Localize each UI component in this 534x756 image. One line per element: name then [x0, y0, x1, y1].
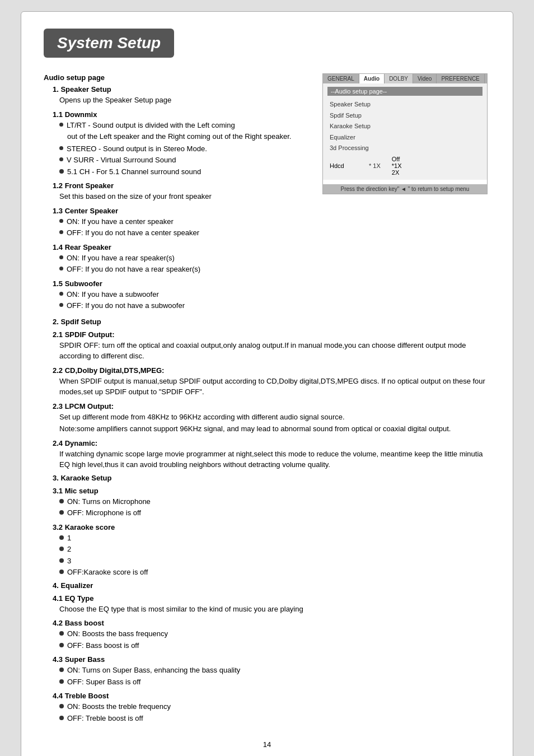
bullet-icon [59, 303, 63, 307]
s11-b4: 5.1 CH - For 5.1 Channel surround sound [59, 166, 311, 178]
menu-speaker-setup[interactable]: Speaker Setup [327, 99, 483, 110]
s32-b2: 2 [59, 544, 490, 555]
s13-b1: ON: If you have a center speaker [59, 216, 311, 227]
s43-heading: 4.3 Super Bass [53, 655, 490, 664]
s15-heading: 1.5 Subwoofer [53, 279, 311, 288]
bullet-icon [59, 157, 63, 161]
bullet-icon [59, 535, 64, 540]
s24-text: If watching dynamic scope large movie pr… [59, 449, 490, 470]
setup-footer: Press the direction key" ◄ " to return t… [323, 184, 487, 194]
s14-b1: ON: If you have a rear speaker(s) [59, 253, 311, 264]
bullet-icon [59, 255, 63, 259]
menu-spdif-setup[interactable]: Spdif Setup [327, 110, 483, 122]
s15-b2: OFF: If you do not have a subwoofer [59, 300, 311, 311]
s2-heading: 2. Spdif Setup [53, 318, 490, 326]
s44-b1: ON: Boosts the treble frequency [59, 701, 490, 712]
s44-heading: 4.4 Treble Boost [53, 692, 490, 700]
hdcd-opt-1x[interactable]: *1X [392, 162, 402, 169]
hdcd-options: Off *1X 2X [392, 156, 402, 176]
page: System Setup Audio setup page 1. Speaker… [21, 11, 513, 756]
s1-heading: 1. Speaker Setup [53, 85, 311, 94]
s23-heading: 2.3 LPCM Output: [53, 402, 490, 410]
s31-b1: ON: Turns on Microphone [59, 496, 490, 507]
s32-b4: OFF:Karaoke score is off [59, 567, 490, 578]
setup-tabs: GENERAL Audio DOLBY Video PREFERENCE [323, 74, 487, 83]
s31-b2: OFF: Microphone is off [59, 507, 490, 519]
page-title: System Setup [44, 29, 174, 58]
bullet-icon [59, 146, 63, 150]
bullet-icon [59, 123, 63, 127]
s23-text2: Note:some amplifiers cannot support 96KH… [59, 423, 490, 435]
bullet-icon [59, 704, 64, 708]
setup-panel: GENERAL Audio DOLBY Video PREFERENCE --A… [322, 73, 488, 194]
s42-heading: 4.2 Bass boost [53, 619, 490, 627]
s41-text: Choose the EQ type that is most similar … [59, 604, 490, 615]
setup-content: --Audio setup page-- Speaker Setup Spdif… [323, 83, 487, 180]
menu-3d-processing[interactable]: 3d Processing [327, 143, 483, 154]
menu-equalizer[interactable]: Equalizer [327, 132, 483, 143]
bullet-icon [59, 716, 64, 720]
s11-b1b: out of the Left speaker and the Right co… [67, 131, 311, 142]
s21-text: SPDIR OFF: turn off the optical and coax… [59, 340, 490, 362]
s32-heading: 3.2 Karaoke score [53, 523, 490, 531]
s22-text: When SPDIF output is manual,setup SPDIF … [59, 376, 490, 398]
right-column: GENERAL Audio DOLBY Video PREFERENCE --A… [322, 73, 490, 194]
bullet-icon [59, 631, 64, 636]
s31-heading: 3.1 Mic setup [53, 487, 490, 495]
bullet-icon [59, 570, 64, 574]
s22-heading: 2.2 CD,Dolby Digital,DTS,MPEG: [53, 366, 490, 375]
hdcd-opt-off[interactable]: Off [392, 156, 402, 162]
s14-b2: OFF: If you do not have a rear speaker(s… [59, 264, 311, 275]
audio-setup-heading: Audio setup page [44, 73, 311, 82]
tab-preference[interactable]: PREFERENCE [437, 74, 484, 83]
s21-heading: 2.1 SPDIF Output: [53, 330, 490, 339]
s11-heading: 1.1 Downmix [53, 110, 311, 119]
page-number: 14 [44, 740, 490, 749]
s23-text1: Set up different mode from 48KHz to 96KH… [59, 412, 490, 423]
s15-b1: ON: If you have a subwoofer [59, 289, 311, 300]
bullet-icon [59, 292, 63, 296]
bullet-icon [59, 499, 64, 503]
hdcd-label: Hdcd [330, 162, 363, 169]
s32-b1: 1 [59, 533, 490, 544]
s13-heading: 1.3 Center Speaker [53, 207, 311, 215]
tab-general[interactable]: GENERAL [323, 74, 359, 83]
s24-heading: 2.4 Dynamic: [53, 439, 490, 447]
s11-b3: V SURR - Virtual Surround Sound [59, 155, 311, 166]
tab-video[interactable]: Video [413, 74, 437, 83]
tab-audio[interactable]: Audio [359, 74, 385, 83]
bullet-icon [59, 169, 64, 174]
s41-heading: 4.1 EQ Type [53, 594, 490, 603]
bullet-icon [59, 219, 63, 223]
s12-text: Set this based on the size of your front… [59, 191, 311, 202]
s1-text: Opens up the Speaker Setup page [59, 95, 311, 106]
s4-heading: 4. Equalizer [53, 581, 490, 590]
bullet-icon [59, 547, 64, 551]
s11-b1: LT/RT - Sound output is divided with the… [59, 120, 311, 131]
s13-b2: OFF: If you do not have a center speaker [59, 227, 311, 239]
lower-sections: 2. Spdif Setup 2.1 SPDIF Output: SPDIR O… [44, 318, 490, 724]
menu-karaoke-setup[interactable]: Karaoke Setup [327, 121, 483, 132]
s44-b2: OFF: Treble boost is off [59, 713, 490, 724]
hdcd-value: * 1X [369, 162, 381, 169]
bullet-icon [59, 558, 64, 563]
s43-b1: ON: Turns on Super Bass, enhancing the b… [59, 665, 490, 676]
s11-b2: STEREO - Sound output is in Stereo Mode. [59, 143, 311, 155]
s14-heading: 1.4 Rear Speaker [53, 243, 311, 251]
bullet-icon [59, 668, 64, 672]
bullet-icon [59, 230, 63, 234]
s32-b3: 3 [59, 556, 490, 567]
s42-b2: OFF: Bass boost is off [59, 640, 490, 651]
bullet-icon [59, 679, 64, 684]
setup-page-title: --Audio setup page-- [327, 87, 483, 96]
bullet-icon [59, 643, 64, 647]
s43-b2: OFF: Super Bass is off [59, 676, 490, 688]
hdcd-opt-2x[interactable]: 2X [392, 169, 402, 176]
hdcd-row: Hdcd * 1X Off *1X 2X [327, 155, 483, 176]
s3-heading: 3. Karaoke Setup [53, 474, 490, 482]
left-column: Audio setup page 1. Speaker Setup Opens … [44, 73, 311, 312]
s42-b1: ON: Boosts the bass frequency [59, 628, 490, 640]
tab-dolby[interactable]: DOLBY [385, 74, 413, 83]
bullet-icon [59, 267, 63, 270]
s12-heading: 1.2 Front Speaker [53, 181, 311, 190]
